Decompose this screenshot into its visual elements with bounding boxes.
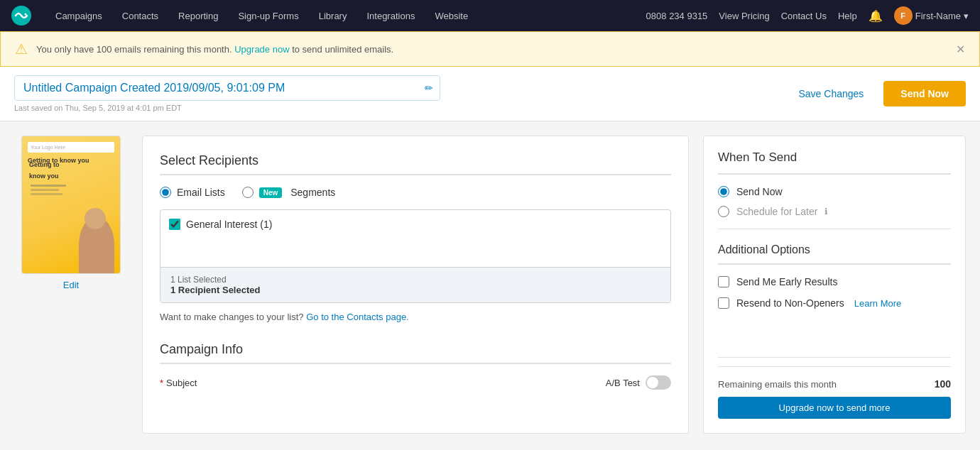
edit-pencil-icon[interactable]: ✏ [425, 82, 433, 94]
remaining-row: Remaining emails this month 100 [718, 366, 951, 390]
additional-options-title: Additional Options [718, 243, 951, 265]
send-now-button[interactable]: Send Now [883, 81, 966, 106]
center-panel: Select Recipients Email Lists New Segmen… [142, 136, 689, 434]
early-results-option[interactable]: Send Me Early Results [718, 276, 951, 287]
send-now-option[interactable]: Send Now [718, 186, 951, 197]
save-changes-button[interactable]: Save Changes [787, 82, 875, 105]
radio-email-lists-label: Email Lists [177, 187, 225, 198]
ab-test-toggle[interactable] [646, 375, 671, 390]
user-menu[interactable]: F First-Name ▾ [894, 6, 969, 25]
preview-logo: Your Logo Here [28, 142, 114, 153]
nav-help[interactable]: Help [838, 11, 857, 21]
edit-link[interactable]: Edit [63, 280, 79, 290]
radio-email-lists[interactable]: Email Lists [160, 187, 225, 198]
non-openers-label: Resend to Non-Openers [736, 297, 844, 309]
nav-website[interactable]: Website [425, 0, 478, 31]
svg-point-1 [25, 13, 27, 16]
send-now-radio[interactable] [718, 186, 729, 197]
logo[interactable] [11, 6, 31, 26]
campaign-info-title: Campaign Info [160, 342, 671, 364]
nav-library[interactable]: Library [309, 0, 357, 31]
right-panel: When To Send Send Now Schedule for Later… [703, 136, 966, 434]
campaign-title-container: ✏ [14, 75, 440, 101]
preview-panel: Your Logo Here Getting to know you Getti… [14, 136, 128, 434]
list-footer: 1 List Selected 1 Recipient Selected [160, 267, 670, 302]
non-openers-option[interactable]: Resend to Non-Openers Learn More [718, 297, 951, 309]
new-badge: New [259, 187, 283, 198]
nav-integrations[interactable]: Integrations [356, 0, 425, 31]
remaining-count: 100 [935, 378, 951, 390]
subject-row: * Subject A/B Test [160, 375, 671, 390]
bell-icon[interactable]: 🔔 [869, 9, 883, 23]
contacts-link-text: Want to make changes to your list? Go to… [160, 312, 671, 322]
schedule-later-label: Schedule for Later [736, 206, 817, 217]
recipient-type-radio-group: Email Lists New Segments [160, 187, 671, 198]
general-interest-checkbox[interactable] [169, 219, 180, 230]
ab-test-label: A/B Test [606, 378, 640, 388]
send-now-label: Send Now [736, 186, 783, 197]
campaign-title-wrap: ✏ Last saved on Thu, Sep 5, 2019 at 4:01… [14, 75, 787, 112]
nav-reporting[interactable]: Reporting [168, 0, 228, 31]
early-results-checkbox[interactable] [718, 276, 729, 287]
radio-segments[interactable]: New Segments [242, 187, 336, 198]
header-actions: Save Changes Send Now [787, 81, 966, 106]
warning-banner: ⚠ You only have 100 emails remaining thi… [0, 31, 980, 67]
navigation: Campaigns Contacts Reporting Sign-up For… [0, 0, 980, 31]
campaign-info-section: Campaign Info * Subject A/B Test [160, 342, 671, 390]
upgrade-now-link[interactable]: Upgrade now [234, 44, 289, 55]
main-content: Your Logo Here Getting to know you Getti… [0, 121, 980, 448]
preview-thumbnail: Your Logo Here Getting to know you Getti… [21, 136, 121, 274]
divider [718, 229, 951, 229]
nav-view-pricing[interactable]: View Pricing [719, 11, 769, 21]
warning-icon: ⚠ [15, 40, 28, 57]
select-recipients-title: Select Recipients [160, 153, 671, 175]
subject-label: Subject [166, 378, 197, 388]
subject-required-marker: * [160, 378, 163, 388]
avatar: F [894, 6, 913, 25]
banner-close-button[interactable]: ✕ [956, 43, 965, 56]
early-results-label: Send Me Early Results [736, 276, 837, 287]
radio-segments-input[interactable] [242, 187, 254, 198]
when-to-send-title: When To Send [718, 150, 951, 175]
list-box: General Interest (1) 1 List Selected 1 R… [160, 209, 671, 303]
recipient-selected-count: 1 Recipient Selected [170, 285, 660, 295]
banner-text: You only have 100 emails remaining this … [36, 44, 947, 55]
nav-right: 0808 234 9315 View Pricing Contact Us He… [646, 6, 969, 25]
page-header: ✏ Last saved on Thu, Sep 5, 2019 at 4:01… [0, 67, 980, 121]
nav-phone: 0808 234 9315 [646, 11, 708, 21]
nav-contact-us[interactable]: Contact Us [781, 11, 827, 21]
radio-email-lists-input[interactable] [160, 187, 171, 198]
nav-campaigns[interactable]: Campaigns [45, 0, 112, 31]
list-selected-count: 1 List Selected [170, 275, 660, 285]
radio-segments-label: Segments [290, 187, 335, 198]
ab-test-row: A/B Test [606, 375, 671, 390]
info-icon: ℹ [824, 207, 828, 216]
list-item[interactable]: General Interest (1) [169, 219, 662, 230]
upgrade-button[interactable]: Upgrade now to send more [718, 397, 951, 419]
nav-links: Campaigns Contacts Reporting Sign-up For… [45, 0, 646, 31]
schedule-later-option[interactable]: Schedule for Later ℹ [718, 206, 951, 217]
contacts-page-link[interactable]: Go to the Contacts page. [306, 312, 409, 322]
remaining-label: Remaining emails this month [718, 379, 837, 390]
user-name: First-Name [915, 11, 961, 21]
campaign-title-input[interactable] [14, 75, 440, 101]
schedule-later-radio[interactable] [718, 206, 729, 217]
list-item-label: General Interest (1) [186, 219, 272, 230]
list-items: General Interest (1) [160, 210, 670, 267]
learn-more-link[interactable]: Learn More [854, 298, 901, 309]
nav-signup-forms[interactable]: Sign-up Forms [228, 0, 308, 31]
last-saved: Last saved on Thu, Sep 5, 2019 at 4:01 p… [14, 104, 787, 112]
select-recipients-section: Select Recipients Email Lists New Segmen… [160, 153, 671, 322]
non-openers-checkbox[interactable] [718, 297, 729, 309]
toggle-knob [647, 377, 658, 388]
chevron-down-icon: ▾ [964, 11, 969, 21]
nav-contacts[interactable]: Contacts [112, 0, 168, 31]
